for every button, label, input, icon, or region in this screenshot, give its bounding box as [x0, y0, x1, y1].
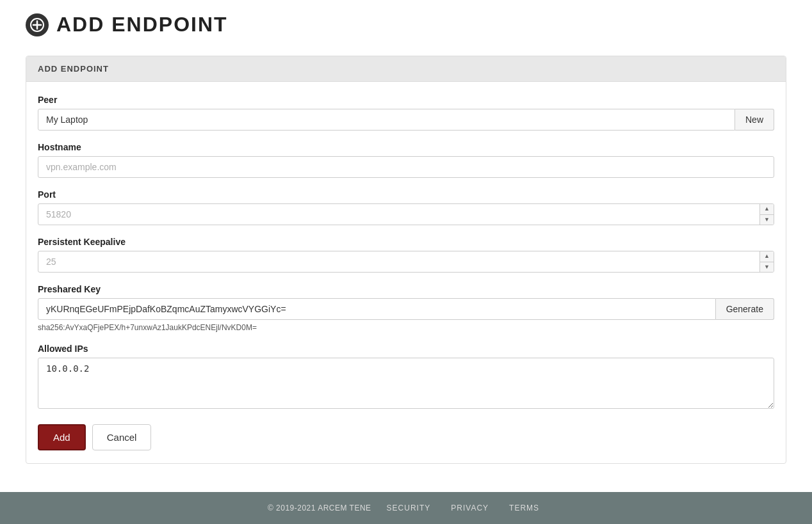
port-group: Port ▲ ▼ — [38, 189, 774, 225]
footer-link-privacy[interactable]: PRIVACY — [451, 504, 489, 512]
peer-group: Peer New — [38, 95, 774, 131]
allowed-ips-group: Allowed IPs 10.0.0.2 — [38, 344, 774, 411]
footer-inner: © 2019-2021 ARCEM TENE SECURITY PRIVACY … — [26, 504, 786, 512]
cancel-button[interactable]: Cancel — [92, 424, 152, 450]
allowed-ips-label: Allowed IPs — [38, 344, 774, 354]
allowed-ips-textarea[interactable]: 10.0.0.2 — [38, 358, 774, 409]
form-actions: Add Cancel — [38, 424, 774, 450]
add-button[interactable]: Add — [38, 424, 86, 450]
page-header: ADD ENDPOINT — [26, 13, 786, 36]
preshared-key-label: Preshared Key — [38, 284, 774, 294]
keepalive-group: Persistent Keepalive ▲ ▼ — [38, 237, 774, 273]
peer-new-button[interactable]: New — [735, 109, 774, 131]
footer-copyright: © 2019-2021 ARCEM TENE — [268, 504, 371, 512]
page-header-icon — [26, 13, 49, 36]
port-spinner-wrapper: ▲ ▼ — [38, 203, 774, 225]
port-decrement-button[interactable]: ▼ — [760, 215, 774, 225]
hostname-label: Hostname — [38, 142, 774, 152]
peer-input[interactable] — [38, 109, 735, 131]
port-input[interactable] — [38, 203, 774, 225]
card-header: ADD ENDPOINT — [26, 56, 786, 82]
page-title: ADD ENDPOINT — [56, 13, 228, 36]
hostname-input[interactable] — [38, 156, 774, 178]
keepalive-label: Persistent Keepalive — [38, 237, 774, 247]
peer-label: Peer — [38, 95, 774, 105]
port-increment-button[interactable]: ▲ — [760, 204, 774, 215]
footer-link-security[interactable]: SECURITY — [387, 504, 431, 512]
port-spinners: ▲ ▼ — [759, 204, 774, 225]
preshared-key-input-group: Generate — [38, 298, 774, 320]
keepalive-spinners: ▲ ▼ — [759, 251, 774, 272]
preshared-key-input[interactable] — [38, 298, 716, 320]
footer-link-terms[interactable]: TERMS — [509, 504, 539, 512]
card-body: Peer New Hostname Port ▲ ▼ — [26, 82, 786, 463]
hostname-group: Hostname — [38, 142, 774, 178]
keepalive-spinner-wrapper: ▲ ▼ — [38, 251, 774, 273]
keepalive-input[interactable] — [38, 251, 774, 273]
add-endpoint-card: ADD ENDPOINT Peer New Hostname Port ▲ — [26, 56, 786, 464]
footer: © 2019-2021 ARCEM TENE SECURITY PRIVACY … — [0, 492, 812, 524]
keepalive-decrement-button[interactable]: ▼ — [760, 262, 774, 273]
preshared-key-group: Preshared Key Generate sha256:AvYxaQFjeP… — [38, 284, 774, 332]
port-label: Port — [38, 189, 774, 200]
keepalive-increment-button[interactable]: ▲ — [760, 251, 774, 262]
peer-input-group: New — [38, 109, 774, 131]
generate-button[interactable]: Generate — [716, 298, 774, 320]
preshared-key-hash: sha256:AvYxaQFjePEX/h+7unxwAz1JaukKPdcEN… — [38, 323, 774, 332]
